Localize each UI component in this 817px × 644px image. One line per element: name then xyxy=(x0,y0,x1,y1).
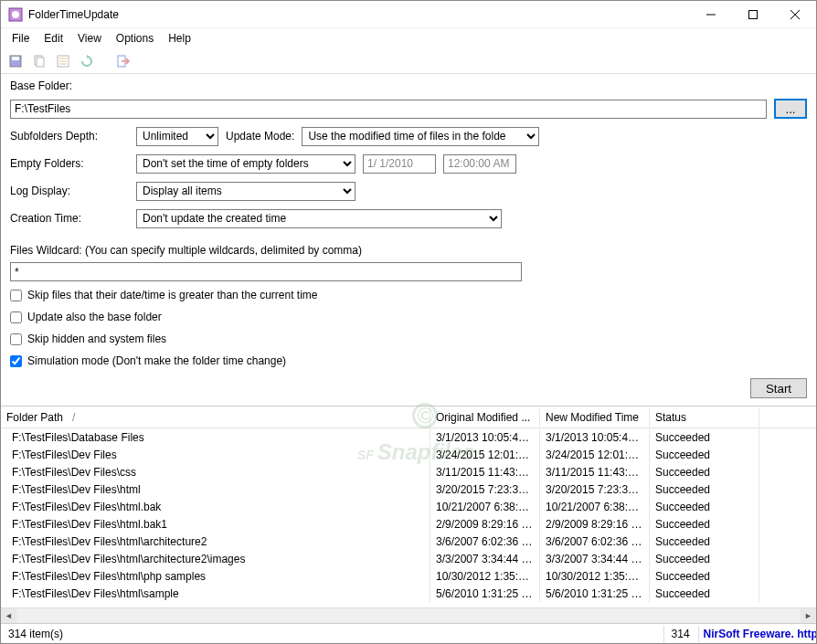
table-row[interactable]: F:\TestFiles\Dev Files3/24/2015 12:01:42… xyxy=(1,446,816,463)
cell-path: F:\TestFiles\Dev Files xyxy=(1,446,430,464)
date-input xyxy=(363,154,436,174)
cell-new: 10/30/2012 1:35:27... xyxy=(540,567,650,586)
update-mode-select[interactable]: Use the modified time of files in the fo… xyxy=(302,127,539,146)
cell-path: F:\TestFiles\Dev Files\html.bak1 xyxy=(1,515,430,533)
svg-rect-3 xyxy=(749,10,758,18)
simulation-checkbox[interactable] xyxy=(10,355,22,367)
table-row[interactable]: F:\TestFiles\Dev Files\html.bak10/21/200… xyxy=(1,498,816,515)
cell-path: F:\TestFiles\Dev Files\css xyxy=(1,463,430,481)
cell-original: 3/24/2015 12:01:42... xyxy=(430,446,540,464)
subfolders-select[interactable]: Unlimited xyxy=(136,127,218,146)
refresh-icon[interactable] xyxy=(78,52,96,70)
log-display-select[interactable]: Display all items xyxy=(136,182,355,201)
cell-original: 2/9/2009 8:29:16 PM xyxy=(430,515,540,533)
table-row[interactable]: F:\TestFiles\Dev Files\css3/11/2015 11:4… xyxy=(1,463,816,480)
cell-original: 3/11/2015 11:43:52... xyxy=(430,463,540,481)
cell-original: 3/1/2013 10:05:46 ... xyxy=(430,428,540,447)
creation-time-label: Creation Time: xyxy=(10,212,129,225)
cell-status: Succeeded xyxy=(650,585,759,603)
menu-bar: File Edit View Options Help xyxy=(1,28,816,48)
menu-help[interactable]: Help xyxy=(161,30,198,47)
menu-view[interactable]: View xyxy=(70,30,109,47)
status-link[interactable]: NirSoft Freeware. http xyxy=(699,626,816,642)
column-folder-path[interactable]: Folder Path / xyxy=(1,408,430,427)
skip-future-checkbox[interactable] xyxy=(10,290,22,301)
cell-original: 3/6/2007 6:02:36 PM xyxy=(430,533,540,551)
column-new-modified[interactable]: New Modified Time xyxy=(540,408,650,427)
cell-path: F:\TestFiles\Dev Files\html.bak xyxy=(1,498,430,516)
cell-path: F:\TestFiles\Dev Files\html xyxy=(1,480,430,499)
update-mode-label: Update Mode: xyxy=(226,130,294,143)
cell-status: Succeeded xyxy=(650,550,759,568)
cell-path: F:\TestFiles\Dev Files\html\architecture… xyxy=(1,550,430,568)
scroll-left-icon[interactable]: ◄ xyxy=(1,608,16,624)
form-area: Base Folder: ... Subfolders Depth: Unlim… xyxy=(1,74,816,375)
properties-icon[interactable] xyxy=(54,52,72,70)
svg-rect-7 xyxy=(12,57,19,60)
cell-original: 10/21/2007 6:38:19... xyxy=(430,498,540,516)
cell-original: 5/6/2010 1:31:25 PM xyxy=(430,585,540,603)
skip-hidden-label: Skip hidden and system files xyxy=(27,333,166,345)
status-count: 314 xyxy=(664,626,700,642)
table-row[interactable]: F:\TestFiles\Database Files3/1/2013 10:0… xyxy=(1,428,816,446)
maximize-button[interactable] xyxy=(732,1,774,28)
table-row[interactable]: F:\TestFiles\Dev Files\html\architecture… xyxy=(1,550,816,567)
menu-file[interactable]: File xyxy=(5,30,37,47)
browse-button[interactable]: ... xyxy=(774,99,807,119)
base-folder-input[interactable] xyxy=(10,100,767,119)
cell-new: 3/11/2015 11:43:52... xyxy=(540,463,650,481)
cell-original: 3/20/2015 7:23:30 ... xyxy=(430,480,540,499)
minimize-button[interactable] xyxy=(690,1,732,28)
scroll-right-icon[interactable]: ► xyxy=(801,608,816,624)
horizontal-scrollbar[interactable]: ◄ ► xyxy=(1,607,816,623)
table-row[interactable]: F:\TestFiles\Dev Files\html\sample5/6/20… xyxy=(1,585,816,602)
skip-future-label: Skip files that their date/time is great… xyxy=(27,289,317,301)
empty-folders-select[interactable]: Don't set the time of empty folders xyxy=(136,154,355,174)
cell-new: 3/20/2015 7:23:30 ... xyxy=(540,480,650,499)
copy-icon[interactable] xyxy=(30,52,48,70)
cell-status: Succeeded xyxy=(650,533,759,551)
cell-new: 10/21/2007 6:38:19... xyxy=(540,498,650,516)
cell-status: Succeeded xyxy=(650,498,759,516)
menu-options[interactable]: Options xyxy=(109,30,161,47)
toolbar xyxy=(1,48,816,74)
empty-folders-label: Empty Folders: xyxy=(10,157,129,170)
window-title: FolderTimeUpdate xyxy=(28,8,690,21)
simulation-label: Simulation mode (Don't make the folder t… xyxy=(27,354,286,367)
cell-new: 3/24/2015 12:01:42... xyxy=(540,446,650,464)
column-original-modified[interactable]: Original Modified ... xyxy=(430,408,540,427)
table-row[interactable]: F:\TestFiles\Dev Files\html.bak12/9/2009… xyxy=(1,515,816,533)
creation-time-select[interactable]: Don't update the created time xyxy=(136,209,502,228)
table-row[interactable]: F:\TestFiles\Dev Files\html3/20/2015 7:2… xyxy=(1,480,816,498)
cell-new: 3/6/2007 6:02:36 PM xyxy=(540,533,650,551)
cell-status: Succeeded xyxy=(650,480,759,499)
start-button[interactable]: Start xyxy=(750,378,807,398)
close-button[interactable] xyxy=(774,1,816,28)
skip-hidden-checkbox[interactable] xyxy=(10,333,22,345)
wildcard-label: Files Wildcard: (You can specify multipl… xyxy=(10,244,807,257)
save-icon[interactable] xyxy=(6,52,25,70)
title-bar: FolderTimeUpdate xyxy=(1,1,816,28)
cell-original: 3/3/2007 3:34:44 PM xyxy=(430,550,540,568)
cell-status: Succeeded xyxy=(650,567,759,586)
app-icon xyxy=(8,7,23,22)
cell-status: Succeeded xyxy=(650,428,759,447)
cell-path: F:\TestFiles\Dev Files\html\php samples xyxy=(1,567,430,586)
cell-new: 3/1/2013 10:05:46 ... xyxy=(540,428,650,447)
exit-icon[interactable] xyxy=(114,52,133,70)
wildcard-input[interactable] xyxy=(10,262,522,281)
table-row[interactable]: F:\TestFiles\Dev Files\html\php samples1… xyxy=(1,567,816,585)
update-base-checkbox[interactable] xyxy=(10,311,22,323)
cell-status: Succeeded xyxy=(650,446,759,464)
status-item-count: 314 item(s) xyxy=(1,626,664,642)
table-row[interactable]: F:\TestFiles\Dev Files\html\architecture… xyxy=(1,533,816,550)
svg-rect-9 xyxy=(37,58,44,67)
cell-new: 2/9/2009 8:29:16 PM xyxy=(540,515,650,533)
log-display-label: Log Display: xyxy=(10,185,129,197)
menu-edit[interactable]: Edit xyxy=(37,30,70,47)
results-list: Folder Path / Original Modified ... New … xyxy=(1,406,816,623)
base-folder-label: Base Folder: xyxy=(10,79,807,92)
column-status[interactable]: Status xyxy=(650,408,759,427)
cell-path: F:\TestFiles\Database Files xyxy=(1,428,430,447)
update-base-label: Update also the base folder xyxy=(27,311,162,323)
